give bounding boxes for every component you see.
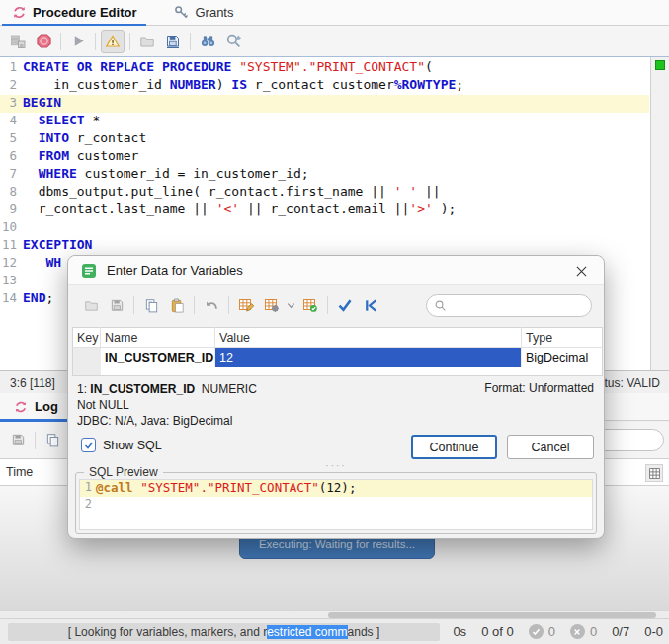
line-content: BEGIN	[23, 95, 649, 113]
dialog-search-input[interactable]	[426, 294, 592, 317]
undo-icon[interactable]	[201, 294, 222, 316]
error-count: 0	[590, 624, 597, 639]
line-content: INTO r_contact	[23, 130, 649, 148]
task-message-selected: estricted comm	[267, 625, 347, 639]
format-label: Format: Unformatted	[484, 381, 594, 395]
export-log-button[interactable]	[6, 429, 30, 452]
line-content: WHERE customer_id = in_customer_id;	[23, 166, 649, 184]
chevron-down-icon[interactable]	[287, 301, 295, 310]
copy-button[interactable]	[140, 294, 162, 316]
tab-procedure-editor[interactable]: Procedure Editor	[0, 0, 150, 26]
sql-search-tool-button[interactable]	[221, 30, 245, 53]
line-number: 10	[0, 219, 23, 237]
line-number: 6	[0, 148, 23, 166]
col-value[interactable]: Value	[215, 328, 522, 348]
dialog-titlebar[interactable]: Enter Data for Variables	[68, 256, 604, 285]
key-cell	[73, 348, 101, 367]
toolbar-separator	[228, 296, 229, 314]
open-values-button[interactable]	[80, 294, 102, 316]
status-counters: 0s 0 of 0 0 0 0/7 0-0	[453, 619, 663, 644]
tab-procedure-editor-label: Procedure Editor	[33, 5, 136, 20]
row-count: 0 of 0	[481, 624, 514, 639]
line-number: 13	[0, 273, 23, 290]
line-content: in_customer_id NUMBER) IS r_contact cust…	[23, 77, 649, 95]
line-number: 4	[0, 113, 23, 130]
name-cell[interactable]: IN_CUSTOMER_ID	[101, 348, 215, 367]
show-sql-checkbox[interactable]	[81, 438, 96, 452]
app-window: Procedure Editor Grants	[0, 0, 669, 644]
line-content: FROM customer	[23, 148, 649, 166]
col-type[interactable]: Type	[522, 328, 603, 348]
line-number: 5	[0, 130, 23, 148]
error-counter: 0	[570, 624, 597, 639]
open-file-button[interactable]	[135, 30, 159, 53]
toolbar-separator	[194, 296, 195, 314]
dialog-controls: Show SQL Continue Cancel	[68, 435, 604, 460]
tab-grants-label: Grants	[195, 5, 233, 20]
show-sql-option[interactable]: Show SQL	[81, 438, 162, 452]
tab-log[interactable]: Log	[0, 393, 72, 421]
line-number: 12	[0, 255, 23, 273]
task-message-before: [ Looking for variables, markers, and r	[68, 625, 267, 639]
code-line: 11EXCEPTION	[0, 237, 649, 255]
main-toolbar	[0, 26, 669, 56]
edit-grid-button[interactable]	[235, 294, 257, 316]
toolbar-separator	[327, 296, 328, 314]
grid-settings-button[interactable]	[261, 294, 283, 316]
tab-grants[interactable]: Grants	[162, 0, 247, 26]
task-progress-field: [ Looking for variables, markers, and re…	[8, 623, 440, 641]
line-number: 2	[80, 497, 96, 514]
fraction-indicator: 0/7	[612, 624, 629, 639]
sql-preview-editor[interactable]: 1@call "SYSTEM"."PRINT_CONTACT"(12);2	[79, 479, 593, 530]
code-line: 2	[80, 497, 592, 514]
success-count: 0	[548, 624, 555, 639]
skip-to-first-icon[interactable]	[360, 294, 381, 316]
grid-columns-icon[interactable]	[645, 464, 663, 482]
toolbar-separator	[60, 33, 61, 50]
dialog-title: Enter Data for Variables	[107, 263, 243, 278]
line-content: EXCEPTION	[23, 237, 649, 255]
close-icon[interactable]	[568, 259, 594, 282]
log-column-time[interactable]: Time	[6, 465, 33, 479]
line-number: 14	[0, 290, 23, 308]
toolbar-separator	[129, 33, 130, 50]
stop-button[interactable]	[32, 30, 55, 53]
table-row[interactable]: IN_CUSTOMER_ID 12 BigDecimal	[73, 348, 603, 367]
sync-icon	[14, 400, 28, 414]
elapsed-time: 0s	[453, 624, 466, 639]
col-key[interactable]: Key	[73, 328, 101, 348]
run-button[interactable]	[66, 30, 90, 53]
key-icon	[174, 5, 189, 20]
empty-row	[73, 367, 603, 376]
overview-ruler[interactable]	[650, 57, 669, 370]
line-content: SELECT *	[23, 113, 649, 130]
value-cell[interactable]: 12	[215, 348, 522, 367]
paste-button[interactable]	[166, 294, 188, 316]
variable-jdbc-info: JDBC: N/A, Java: BigDecimal	[77, 413, 257, 429]
editor-tabbar: Procedure Editor Grants	[0, 0, 669, 26]
copy-log-button[interactable]	[41, 429, 64, 452]
line-number: 7	[0, 166, 23, 184]
save-to-database-button[interactable]	[6, 30, 30, 53]
toolbar-separator	[35, 432, 36, 449]
cancel-button[interactable]: Cancel	[507, 435, 594, 459]
apply-check-icon[interactable]	[334, 294, 356, 316]
code-line: 9 r_contact.last_name || '<' || r_contac…	[0, 201, 649, 219]
line-content: r_contact.last_name || '<' || r_contact.…	[23, 201, 649, 219]
success-circle-icon	[529, 624, 544, 639]
sync-icon	[12, 5, 27, 20]
line-content	[23, 219, 649, 237]
save-values-button[interactable]	[106, 294, 127, 316]
debug-warning-toggle[interactable]	[101, 30, 125, 53]
sql-preview-group: SQL Preview 1@call "SYSTEM"."PRINT_CONTA…	[75, 472, 597, 534]
toolbar-separator	[95, 33, 96, 50]
save-file-button[interactable]	[161, 30, 185, 53]
find-binoculars-button[interactable]	[196, 30, 219, 53]
grid-apply-button[interactable]	[299, 294, 321, 316]
error-circle-icon	[570, 624, 585, 639]
variable-info-line1: 1: IN_CUSTOMER_ID NUMERIC	[77, 381, 257, 397]
line-number: 1	[0, 59, 23, 77]
code-line: 1@call "SYSTEM"."PRINT_CONTACT"(12);	[80, 480, 592, 497]
col-name[interactable]: Name	[101, 328, 215, 348]
continue-button[interactable]: Continue	[411, 435, 497, 459]
